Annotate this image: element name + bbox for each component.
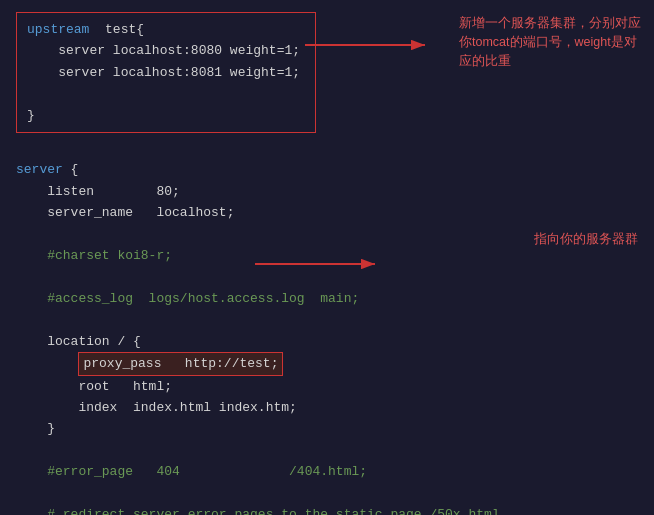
server-block: server { listen 80; server_name localhos… xyxy=(16,159,638,515)
proxy-arrow xyxy=(255,252,385,277)
upstream-line3: server localhost:8081 weight=1; xyxy=(27,62,305,83)
proxy-pass-highlight: proxy_pass http://test; xyxy=(78,352,283,375)
server-name: server_name localhost; xyxy=(16,202,638,223)
server-blank4 xyxy=(16,440,638,461)
server-blank3 xyxy=(16,309,638,330)
proxy-pass-line: proxy_pass http://test; xyxy=(16,352,638,375)
annotation-server-group: 指向你的服务器群 xyxy=(534,230,644,249)
index-line: index index.html index.htm; xyxy=(16,397,638,418)
server-access-log: #access_log logs/host.access.log main; xyxy=(16,288,638,309)
root-line: root html; xyxy=(16,376,638,397)
server-listen: listen 80; xyxy=(16,181,638,202)
upstream-block: upstream test{ server localhost:8080 wei… xyxy=(16,12,316,133)
location-open: location / { xyxy=(16,331,638,352)
server-open: server { xyxy=(16,159,638,180)
annotation-upstream: 新增一个服务器集群，分别对应你tomcat的端口号，weight是对应的比重 xyxy=(459,14,644,70)
code-container: upstream test{ server localhost:8080 wei… xyxy=(0,0,654,515)
upstream-line2: server localhost:8080 weight=1; xyxy=(27,40,305,61)
error-page-404: #error_page 404 /404.html; xyxy=(16,461,638,482)
upstream-line1: upstream test{ xyxy=(27,19,305,40)
upstream-line4 xyxy=(27,83,305,104)
location-close: } xyxy=(16,418,638,439)
redirect-comment1: # redirect server error pages to the sta… xyxy=(16,504,638,515)
server-blank5 xyxy=(16,483,638,504)
upstream-line5: } xyxy=(27,105,305,126)
upstream-arrow xyxy=(305,30,435,60)
